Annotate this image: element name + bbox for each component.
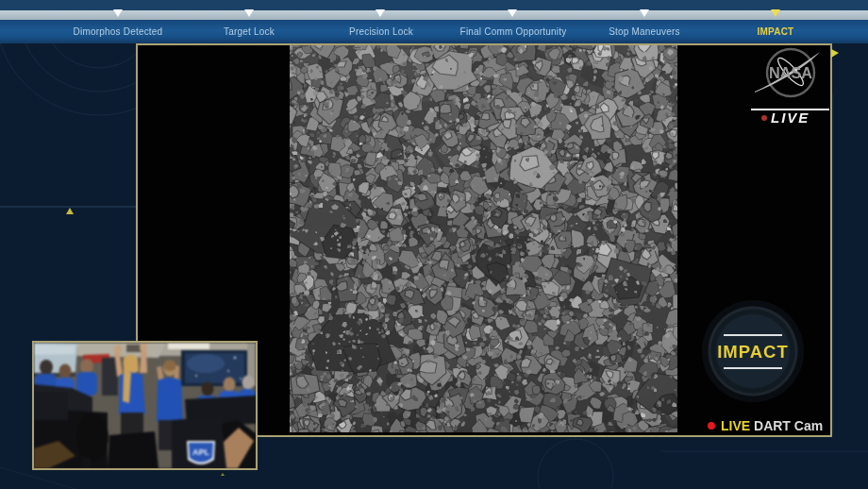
svg-text:NASA: NASA bbox=[769, 65, 812, 81]
svg-text:APL: APL bbox=[192, 447, 210, 457]
